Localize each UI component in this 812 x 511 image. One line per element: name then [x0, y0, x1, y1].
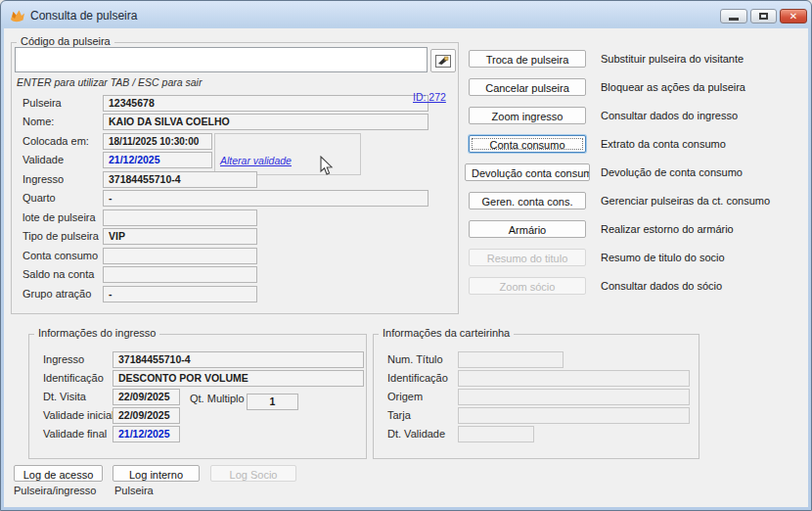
grupo-atracao-label: Grupo atração [23, 288, 91, 300]
geren-conta-button[interactable]: Geren. conta cons. [469, 192, 586, 209]
devolucao-conta-desc: Devolução de conta consumo [601, 166, 743, 178]
qt-multiplo-value: 1 [247, 394, 298, 410]
carteirinha-groupbox: Informações da carteirinha Num. Título I… [373, 334, 699, 459]
dt-visita-value: 22/09/2025 [113, 389, 180, 405]
zoom-socio-desc: Consultar dados do sócio [601, 280, 722, 292]
tarja-label: Tarja [387, 409, 411, 421]
conta-consumo-value [103, 248, 257, 264]
zoom-ingresso-desc: Consultar dados do ingresso [601, 110, 738, 121]
pulseira-value: 12345678 [103, 95, 429, 112]
conta-consumo-button[interactable]: Conta consumo [469, 135, 586, 153]
cancelar-pulseira-button[interactable]: Cancelar pulseira [469, 78, 586, 96]
app-icon [10, 8, 25, 23]
cart-identificacao-label: Identificação [387, 372, 448, 384]
saldo-conta-label: Saldo na conta [23, 268, 94, 280]
minimize-button[interactable] [720, 9, 747, 23]
codigo-pulseira-input[interactable] [15, 47, 428, 72]
troca-pulseira-desc: Substituir pulseira do visitante [601, 53, 744, 65]
card-reader-button[interactable] [430, 49, 456, 72]
ingresso-value: 37184455710-4 [103, 171, 257, 188]
close-icon: ✕ [781, 10, 806, 23]
validade-value: 21/12/2025 [103, 152, 212, 168]
log-acesso-sub: Pulseira/ingresso [14, 485, 96, 496]
log-acesso-button[interactable]: Log de acesso [14, 465, 103, 482]
ing-identificacao-value: DESCONTO POR VOLUME [113, 370, 364, 387]
zoom-ingresso-button[interactable]: Zoom ingresso [469, 107, 586, 124]
carteirinha-group-title: Informações da carteirinha [379, 327, 514, 339]
nome-label: Nome: [23, 116, 54, 127]
log-interno-sub: Pulseira [114, 485, 154, 496]
ingresso-groupbox: Informações do ingresso Ingresso 3718445… [28, 334, 367, 459]
titlebar[interactable]: Consulta de pulseira ✕ [1, 1, 811, 28]
num-titulo-value [458, 351, 564, 368]
dt-validade-value [458, 426, 534, 442]
lote-pulseira-label: lote de pulseira [23, 211, 96, 223]
conta-consumo-desc: Extrato da conta consumo [601, 138, 726, 150]
pulseira-label: Pulseira [23, 97, 62, 109]
cancelar-pulseira-desc: Bloquear as ações da pulseira [601, 81, 745, 93]
ingresso-group-title: Informações do ingresso [34, 327, 159, 339]
ing-ingresso-label: Ingresso [43, 353, 84, 365]
minimize-icon [729, 18, 739, 21]
devolucao-conta-button[interactable]: Devolução conta consumo [465, 163, 590, 181]
dt-validade-label: Dt. Validade [387, 428, 445, 440]
validade-inicial-label: Validade inicial [43, 409, 114, 421]
ingresso-label: Ingresso [23, 173, 64, 185]
conta-consumo-label: Conta consumo [23, 250, 98, 261]
geren-conta-desc: Gerenciar pulseiras da ct. consumo [601, 195, 770, 207]
maximize-icon [759, 13, 768, 20]
grupo-atracao-value: - [103, 286, 257, 302]
validade-final-value: 21/12/2025 [113, 426, 180, 442]
ing-identificacao-label: Identificação [43, 372, 104, 384]
app-window: Consulta de pulseira ✕ Código da pulseir… [0, 0, 812, 511]
dt-visita-label: Dt. Visita [43, 391, 86, 402]
num-titulo-label: Num. Título [387, 353, 443, 365]
troca-pulseira-button[interactable]: Troca de pulseira [469, 50, 586, 68]
ing-ingresso-value: 37184455710-4 [113, 351, 364, 368]
zoom-socio-button: Zoom sócio [469, 277, 586, 295]
enter-hint: ENTER para utilizar TAB / ESC para sair [17, 76, 202, 88]
log-socio-button: Log Socio [210, 465, 296, 482]
saldo-conta-value [103, 266, 257, 283]
armario-desc: Realizar estorno do armário [601, 223, 734, 235]
lote-pulseira-value [103, 209, 257, 226]
log-interno-button[interactable]: Log interno [113, 465, 200, 482]
alterar-validade-link[interactable]: Alterar validade [220, 155, 292, 166]
codigo-group-title: Código da pulseira [17, 35, 114, 47]
quarto-value: - [103, 190, 429, 207]
validade-label: Validade [23, 154, 64, 165]
armario-button[interactable]: Armário [469, 220, 586, 238]
close-button[interactable]: ✕ [780, 9, 807, 23]
qt-multiplo-label: Qt. Multiplo [190, 393, 245, 404]
validade-final-label: Validade final [43, 428, 107, 440]
validade-inicial-value: 22/09/2025 [113, 407, 180, 424]
tarja-value [458, 407, 690, 424]
tipo-pulseira-value: VIP [103, 228, 257, 245]
resumo-titulo-desc: Resumo de titulo do socio [601, 252, 725, 263]
colocada-em-value: 18/11/2025 10:30:00 [103, 133, 212, 150]
nome-value: KAIO DA SILVA COELHO [103, 114, 429, 130]
origem-label: Origem [387, 391, 423, 402]
cart-identificacao-value [458, 370, 690, 387]
maximize-button[interactable] [750, 9, 777, 23]
window-title: Consulta de pulseira [30, 9, 137, 23]
origem-value [458, 389, 690, 405]
colocada-em-label: Colocada em: [23, 135, 89, 147]
card-reader-icon [435, 55, 451, 68]
quarto-label: Quarto [23, 192, 56, 204]
resumo-titulo-button: Resumo do titulo [469, 249, 586, 266]
id-link[interactable]: ID: 272 [413, 91, 446, 103]
tipo-pulseira-label: Tipo de pulseira [23, 230, 99, 242]
alterar-validade-panel: Alterar validade [214, 133, 361, 175]
